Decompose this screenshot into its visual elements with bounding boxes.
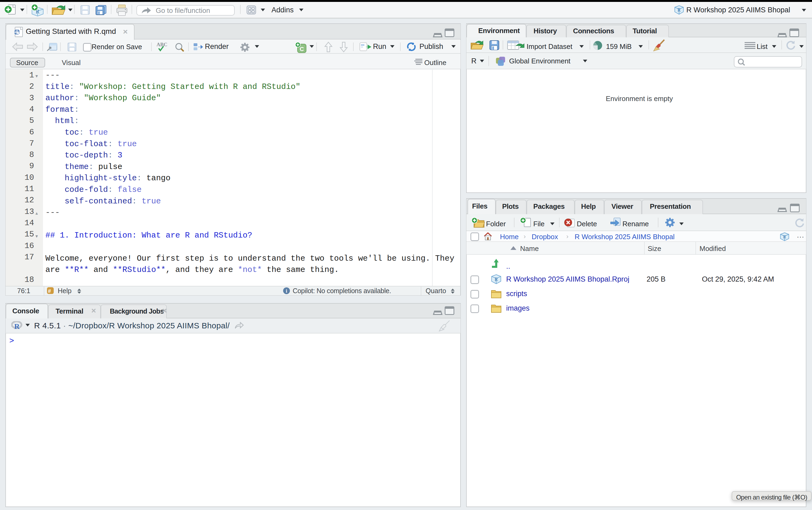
svg-text:ABC: ABC bbox=[156, 41, 167, 47]
svg-text:R: R bbox=[678, 7, 681, 12]
svg-text:i: i bbox=[286, 288, 287, 294]
svg-text:C: C bbox=[300, 46, 304, 52]
svg-text:R: R bbox=[494, 277, 498, 282]
svg-text:R: R bbox=[783, 234, 786, 239]
svg-text:R: R bbox=[14, 322, 20, 330]
